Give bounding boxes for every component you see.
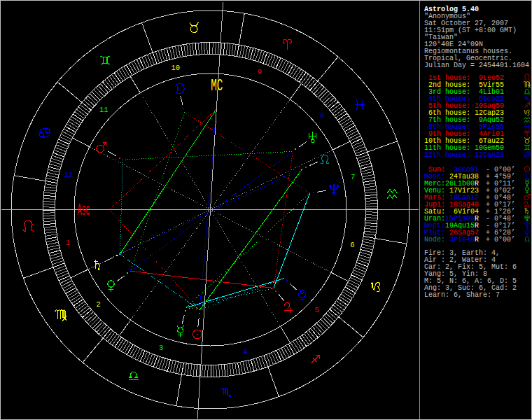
svg-text:10: 10 <box>172 64 181 72</box>
svg-text:3: 3 <box>159 344 163 352</box>
svg-text:12: 12 <box>64 171 73 179</box>
svg-text:MC: MC <box>211 76 223 94</box>
svg-text:4: 4 <box>243 348 247 356</box>
svg-text:11: 11 <box>99 106 108 114</box>
svg-text:6: 6 <box>350 241 354 249</box>
svg-text:12th house: 12Can23: 12th house: 12Can23 <box>424 151 504 159</box>
svg-text:5: 5 <box>315 306 319 314</box>
svg-text:Node:3Pis48R+ 0°00’: Node:3Pis48R+ 0°00’ <box>424 236 515 244</box>
svg-text:Julian Day = 2454401.1604: Julian Day = 2454401.1604 <box>424 62 529 69</box>
svg-text:1: 1 <box>66 239 70 247</box>
svg-text:Learn: 6, Share: 7: Learn: 6, Share: 7 <box>424 291 500 299</box>
svg-text:9: 9 <box>258 68 262 76</box>
svg-text:8: 8 <box>320 111 324 120</box>
svg-text:2: 2 <box>96 300 100 309</box>
svg-text:Asc: Asc <box>77 202 90 220</box>
svg-text:7: 7 <box>351 173 355 181</box>
